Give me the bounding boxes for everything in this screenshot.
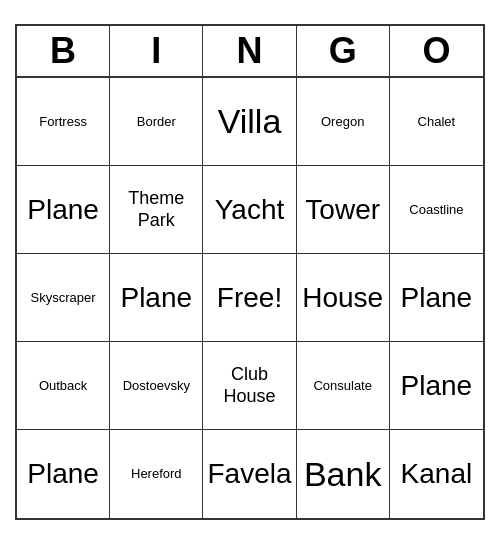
cell-text-0: Fortress bbox=[39, 114, 87, 130]
bingo-card: BINGO FortressBorderVillaOregonChaletPla… bbox=[15, 24, 485, 520]
bingo-cell-0: Fortress bbox=[17, 78, 110, 166]
bingo-cell-7: Yacht bbox=[203, 166, 296, 254]
bingo-cell-24: Kanal bbox=[390, 430, 483, 518]
cell-text-7: Yacht bbox=[215, 193, 285, 227]
cell-text-20: Plane bbox=[27, 457, 99, 491]
cell-text-3: Oregon bbox=[321, 114, 364, 130]
bingo-cell-1: Border bbox=[110, 78, 203, 166]
bingo-cell-10: Skyscraper bbox=[17, 254, 110, 342]
cell-text-6: Theme Park bbox=[114, 188, 198, 231]
header-letter-b: B bbox=[17, 26, 110, 76]
bingo-grid: FortressBorderVillaOregonChaletPlaneThem… bbox=[17, 78, 483, 518]
cell-text-10: Skyscraper bbox=[31, 290, 96, 306]
cell-text-2: Villa bbox=[218, 101, 282, 142]
cell-text-8: Tower bbox=[305, 193, 380, 227]
cell-text-16: Dostoevsky bbox=[123, 378, 190, 394]
bingo-cell-20: Plane bbox=[17, 430, 110, 518]
cell-text-23: Bank bbox=[304, 454, 382, 495]
cell-text-24: Kanal bbox=[401, 457, 473, 491]
cell-text-9: Coastline bbox=[409, 202, 463, 218]
cell-text-21: Hereford bbox=[131, 466, 182, 482]
bingo-cell-18: Consulate bbox=[297, 342, 390, 430]
cell-text-18: Consulate bbox=[313, 378, 372, 394]
bingo-cell-4: Chalet bbox=[390, 78, 483, 166]
bingo-cell-3: Oregon bbox=[297, 78, 390, 166]
bingo-cell-23: Bank bbox=[297, 430, 390, 518]
bingo-cell-13: House bbox=[297, 254, 390, 342]
cell-text-4: Chalet bbox=[418, 114, 456, 130]
cell-text-22: Favela bbox=[207, 457, 291, 491]
cell-text-15: Outback bbox=[39, 378, 87, 394]
cell-text-19: Plane bbox=[401, 369, 473, 403]
bingo-cell-12: Free! bbox=[203, 254, 296, 342]
bingo-cell-5: Plane bbox=[17, 166, 110, 254]
bingo-cell-9: Coastline bbox=[390, 166, 483, 254]
cell-text-1: Border bbox=[137, 114, 176, 130]
header-letter-i: I bbox=[110, 26, 203, 76]
bingo-cell-6: Theme Park bbox=[110, 166, 203, 254]
bingo-cell-21: Hereford bbox=[110, 430, 203, 518]
cell-text-11: Plane bbox=[120, 281, 192, 315]
cell-text-5: Plane bbox=[27, 193, 99, 227]
header-letter-g: G bbox=[297, 26, 390, 76]
bingo-header: BINGO bbox=[17, 26, 483, 78]
bingo-cell-15: Outback bbox=[17, 342, 110, 430]
bingo-cell-11: Plane bbox=[110, 254, 203, 342]
bingo-cell-8: Tower bbox=[297, 166, 390, 254]
cell-text-14: Plane bbox=[401, 281, 473, 315]
header-letter-n: N bbox=[203, 26, 296, 76]
cell-text-12: Free! bbox=[217, 281, 282, 315]
bingo-cell-2: Villa bbox=[203, 78, 296, 166]
bingo-cell-14: Plane bbox=[390, 254, 483, 342]
bingo-cell-22: Favela bbox=[203, 430, 296, 518]
cell-text-13: House bbox=[302, 281, 383, 315]
cell-text-17: Club House bbox=[207, 364, 291, 407]
header-letter-o: O bbox=[390, 26, 483, 76]
bingo-cell-16: Dostoevsky bbox=[110, 342, 203, 430]
bingo-cell-19: Plane bbox=[390, 342, 483, 430]
bingo-cell-17: Club House bbox=[203, 342, 296, 430]
